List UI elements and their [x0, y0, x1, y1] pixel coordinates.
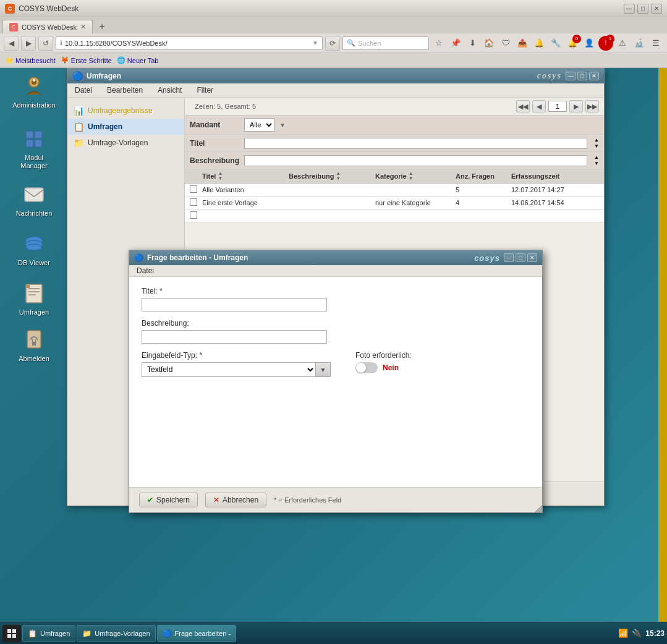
menu-bearbeiten[interactable]: Bearbeiten — [104, 85, 145, 96]
umfragen-minimize-button[interactable]: — — [566, 72, 576, 80]
close-tab-button[interactable]: ✕ — [80, 23, 86, 31]
beschreibung-filter-input[interactable] — [244, 155, 587, 166]
table-row[interactable]: Eine erste Vorlage nur eine Kategorie 4 … — [185, 197, 604, 210]
pipette-icon[interactable]: 🔬 — [632, 36, 647, 51]
foto-toggle[interactable] — [355, 362, 378, 373]
beschreibung-sort-up-icon[interactable]: ▲ — [594, 155, 599, 160]
sidebar-item-vorlagen[interactable]: 📁 Umfrage-Vorlagen — [67, 135, 184, 151]
titel-sort-down-icon[interactable]: ▼ — [594, 143, 599, 149]
beschreibung-sort-down-icon[interactable]: ▼ — [594, 161, 599, 166]
sidebar-item-umfragen[interactable]: 📋 Umfragen — [67, 119, 184, 135]
bookmark-erste-schritte[interactable]: 🦊 Erste Schritte — [61, 56, 112, 64]
row1-checkbox[interactable] — [190, 185, 202, 194]
umfragen-restore-button[interactable]: □ — [577, 72, 587, 80]
beschreibung-header-sort-down[interactable]: ▼ — [336, 176, 341, 181]
menu-ansicht[interactable]: Ansicht — [155, 85, 184, 96]
eingabefeld-typ-label: Eingabefeld-Typ: * — [142, 351, 331, 360]
tools-icon[interactable]: 🔧 — [548, 36, 563, 51]
home-icon[interactable]: 🏠 — [482, 36, 496, 51]
search-box[interactable]: 🔍 Suchen — [342, 36, 429, 50]
page-number-input[interactable]: 1 — [548, 101, 567, 112]
cancel-button[interactable]: ✕ Abbrechen — [205, 493, 266, 507]
alert-icon[interactable]: ⚠ — [615, 36, 630, 51]
taskbar-item-umfragen[interactable]: 📋 Umfragen — [22, 625, 75, 642]
new-tab-button[interactable]: + — [95, 20, 109, 33]
desktop-icon-abmelden[interactable]: Abmelden — [12, 328, 56, 363]
frage-close-button[interactable]: ✕ — [527, 253, 537, 262]
mandant-select[interactable]: Alle — [244, 118, 274, 132]
umfragen-icon — [22, 281, 46, 306]
save-button[interactable]: ✔ Speichern — [139, 493, 198, 507]
bookmark-neuer-tab[interactable]: 🌐 Neuer Tab — [117, 56, 159, 64]
titel-input[interactable] — [142, 298, 327, 311]
desktop-icon-umfragen[interactable]: Umfragen — [12, 281, 56, 316]
form-spacer — [142, 384, 530, 459]
frage-menu-bar: Datei — [129, 265, 542, 277]
svg-rect-6 — [35, 140, 42, 147]
desktop-icon-administration[interactable]: Administration — [12, 74, 56, 109]
row1-check-input[interactable] — [190, 185, 197, 193]
last-page-button[interactable]: ▶▶ — [585, 100, 599, 112]
frage-restore-button[interactable]: □ — [516, 253, 525, 262]
restore-button[interactable]: □ — [637, 4, 648, 14]
row2-checkbox[interactable] — [190, 198, 202, 207]
first-page-button[interactable]: ◀◀ — [516, 100, 530, 112]
desktop-icon-modul-manager[interactable]: Modul Manager — [12, 127, 56, 170]
table-header: Titel ▲ ▼ Beschreibung ▲ ▼ — [185, 169, 604, 184]
beschreibung-input[interactable] — [142, 330, 327, 344]
frage-window-controls: — □ ✕ — [504, 253, 537, 262]
menu-datei[interactable]: Datei — [72, 85, 95, 96]
umfragen-close-button[interactable]: ✕ — [589, 72, 599, 80]
sidebar-item-umfrageergebnisse[interactable]: 📊 Umfrageergebnisse — [67, 103, 184, 119]
download-icon[interactable]: ⬇ — [465, 36, 480, 51]
browser-tab[interactable]: C COSYS WebDesk ✕ — [2, 20, 93, 33]
shield-icon[interactable]: 🛡 — [498, 36, 513, 51]
bookmark-icon[interactable]: 📌 — [448, 36, 463, 51]
prev-page-button[interactable]: ◀ — [532, 100, 546, 112]
row1-titel: Alle Varianten — [202, 186, 289, 193]
share-icon[interactable]: 📤 — [515, 36, 530, 51]
desktop-icon-db-viewer[interactable]: DB Viewer — [12, 232, 56, 267]
mandant-dropdown-arrow[interactable]: ▼ — [279, 122, 286, 129]
th-checkbox — [190, 171, 202, 181]
next-page-button[interactable]: ▶ — [569, 100, 583, 112]
umfrageergebnisse-label: Umfrageergebnisse — [88, 106, 153, 115]
taskbar-frage-icon: 🔵 — [163, 629, 172, 638]
back-button[interactable]: ◀ — [4, 36, 19, 51]
kategorie-header-sort-down[interactable]: ▼ — [409, 176, 414, 181]
row2-anz-fragen: 4 — [456, 199, 511, 206]
eingabefeld-dropdown-button[interactable]: ▼ — [316, 362, 331, 377]
resize-handle[interactable] — [535, 505, 542, 512]
bookmark-meistbesucht[interactable]: ⭐ Meistbesucht — [5, 56, 56, 64]
th-titel: Titel ▲ ▼ — [202, 171, 289, 181]
minimize-button[interactable]: — — [624, 4, 635, 14]
eingabefeld-typ-select[interactable]: Textfeld — [142, 362, 316, 377]
close-button[interactable]: ✕ — [651, 4, 662, 14]
yellow-scrollbar[interactable] — [658, 67, 667, 622]
titel-filter-input[interactable] — [244, 138, 587, 149]
table-row[interactable] — [185, 210, 604, 222]
user-icon[interactable]: 👤 — [582, 36, 597, 51]
table-row[interactable]: Alle Varianten 5 12.07.2017 14:27 — [185, 184, 604, 197]
frage-menu-datei[interactable]: Datei — [134, 265, 156, 276]
beschreibung-label: Beschreibung — [190, 156, 239, 165]
titel-sort-up-icon[interactable]: ▲ — [594, 137, 599, 143]
forward-button[interactable]: ▶ — [21, 36, 36, 51]
row2-check-input[interactable] — [190, 198, 197, 206]
address-bar[interactable]: ℹ 10.0.1.15:8280/COSYSWebDesk/ ▼ — [56, 36, 323, 50]
browser-chrome: C COSYS WebDesk — □ ✕ C COSYS WebDesk ✕ … — [0, 0, 667, 68]
taskbar-item-vorlagen[interactable]: 📁 Umfrage-Vorlagen — [77, 625, 155, 642]
start-button[interactable] — [2, 625, 21, 642]
menu-icon[interactable]: ☰ — [648, 36, 663, 51]
desktop-icon-nachrichten[interactable]: Nachrichten — [12, 182, 56, 218]
refresh-button[interactable]: ⟳ — [325, 36, 340, 51]
titel-header-sort-down[interactable]: ▼ — [218, 176, 223, 181]
taskbar-item-frage-bearbeiten[interactable]: 🔵 Frage bearbeiten - — [157, 625, 237, 642]
star-icon[interactable]: ☆ — [431, 36, 446, 51]
reload-button[interactable]: ↺ — [38, 36, 53, 51]
menu-filter[interactable]: Filter — [194, 85, 216, 96]
bell-icon[interactable]: 🔔 — [532, 36, 546, 51]
search-icon: 🔍 — [347, 39, 355, 47]
foto-toggle-label: Nein — [383, 363, 399, 372]
frage-minimize-button[interactable]: — — [504, 253, 514, 262]
